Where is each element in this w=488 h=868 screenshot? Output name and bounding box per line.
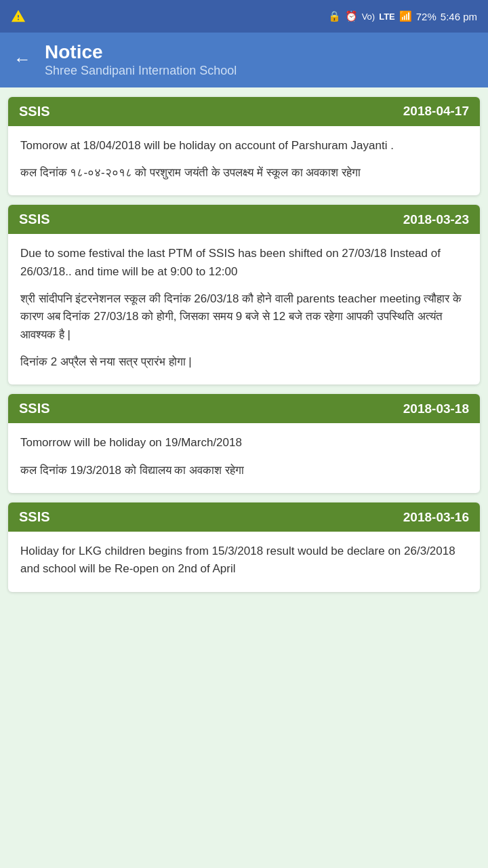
status-bar-right: 🔒 ⏰ Vo) LTE 📶 72% 5:46 pm xyxy=(328,10,477,22)
notice-paragraph: Tomorow at 18/04/2018 will be holiday on… xyxy=(20,137,468,155)
notice-body: Holiday for LKG children begins from 15/… xyxy=(8,532,480,592)
notice-sender: SSIS xyxy=(19,509,50,525)
notice-header: SSIS2018-03-16 xyxy=(8,502,480,532)
notice-body: Tomorow at 18/04/2018 will be holiday on… xyxy=(8,126,480,196)
notice-header: SSIS2018-03-23 xyxy=(8,205,480,234)
signal-label: Vo) xyxy=(362,12,375,22)
status-bar: 🔒 ⏰ Vo) LTE 📶 72% 5:46 pm xyxy=(0,0,488,33)
notice-card: SSIS2018-03-18Tomorrow will be holiday o… xyxy=(8,394,480,493)
page-title: Notice xyxy=(45,41,237,64)
notice-paragraph: Tomorrow will be holiday on 19/March/201… xyxy=(20,434,468,452)
notice-date: 2018-03-23 xyxy=(403,212,469,227)
notice-body: Tomorrow will be holiday on 19/March/201… xyxy=(8,423,480,493)
alarm-icon: ⏰ xyxy=(345,10,358,22)
status-bar-left xyxy=(11,9,26,24)
notice-paragraph: कल दिनांक १८-०४-२०१८ को परशुराम जयंती के… xyxy=(20,164,468,182)
notice-card: SSIS2018-04-17Tomorow at 18/04/2018 will… xyxy=(8,97,480,196)
notice-card: SSIS2018-03-16Holiday for LKG children b… xyxy=(8,502,480,592)
app-bar-text: Notice Shree Sandipani Internation Schoo… xyxy=(45,41,237,78)
notice-paragraph: दिनांक 2 अप्रैल से नया सत्र प्रारंभ होगा… xyxy=(20,353,468,371)
notice-card: SSIS2018-03-23Due to some festival the l… xyxy=(8,205,480,384)
notice-date: 2018-03-18 xyxy=(403,401,469,416)
notice-paragraph: श्री सांदीपनि इंटरनेशनल स्कूल की दिनांक … xyxy=(20,290,468,344)
warning-icon xyxy=(11,9,26,24)
notice-date: 2018-04-17 xyxy=(403,104,469,119)
school-name: Shree Sandipani Internation School xyxy=(45,64,237,78)
notice-sender: SSIS xyxy=(19,104,50,119)
notice-header: SSIS2018-04-17 xyxy=(8,97,480,126)
notice-header: SSIS2018-03-18 xyxy=(8,394,480,423)
notice-body: Due to some festival the last PTM of SSI… xyxy=(8,234,480,384)
time-label: 5:46 pm xyxy=(441,11,477,22)
lte-label: LTE xyxy=(379,12,395,22)
notice-paragraph: कल दिनांक 19/3/2018 को विद्यालय का अवकाश… xyxy=(20,462,468,479)
notice-paragraph: Holiday for LKG children begins from 15/… xyxy=(20,542,468,578)
app-bar: ← Notice Shree Sandipani Internation Sch… xyxy=(0,33,488,87)
notice-sender: SSIS xyxy=(19,401,50,416)
back-button[interactable]: ← xyxy=(14,49,31,70)
notices-list: SSIS2018-04-17Tomorow at 18/04/2018 will… xyxy=(0,87,488,601)
battery-label: 72% xyxy=(416,11,436,22)
notice-paragraph: Due to some festival the last PTM of SSI… xyxy=(20,245,468,281)
notice-sender: SSIS xyxy=(19,212,50,227)
sim-icon: 📶 xyxy=(399,10,412,22)
lock-icon: 🔒 xyxy=(328,10,341,22)
notice-date: 2018-03-16 xyxy=(403,510,469,525)
